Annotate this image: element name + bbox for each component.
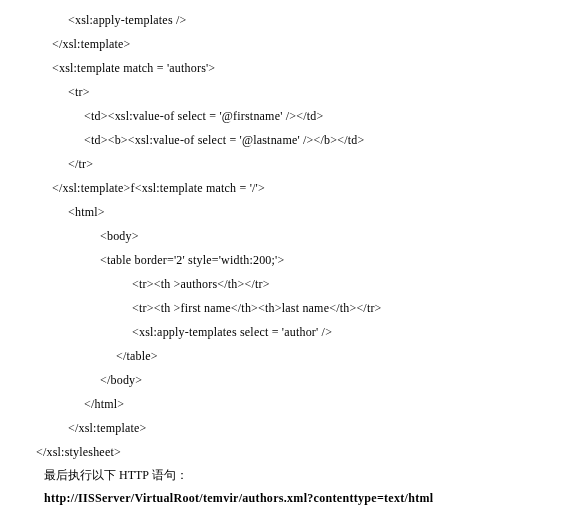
code-line: <td><b><xsl:value-of select = '@lastname… [20, 128, 549, 152]
code-line: <body> [20, 224, 549, 248]
code-line: <xsl:template match = 'authors'> [20, 56, 549, 80]
code-line: <tr> [20, 80, 549, 104]
code-line: <table border='2' style='width:200;'> [20, 248, 549, 272]
code-line: <td><xsl:value-of select = '@firstname' … [20, 104, 549, 128]
code-line: </xsl:template>f<xsl:template match = '/… [20, 176, 549, 200]
code-line: <tr><th >authors</th></tr> [20, 272, 549, 296]
code-line: <html> [20, 200, 549, 224]
code-line: </html> [20, 392, 549, 416]
url-text: http://IISServer/VirtualRoot/temvir/auth… [20, 487, 549, 508]
code-line: </xsl:template> [20, 416, 549, 440]
code-line: </table> [20, 344, 549, 368]
code-line: <tr><th >first name</th><th>last name</t… [20, 296, 549, 320]
code-line: <xsl:apply-templates select = 'author' /… [20, 320, 549, 344]
code-line: </tr> [20, 152, 549, 176]
paragraph: 最后执行以下 HTTP 语句： [20, 464, 549, 487]
code-line: </xsl:stylesheet> [20, 440, 549, 464]
code-line: </body> [20, 368, 549, 392]
code-line: </xsl:template> [20, 32, 549, 56]
code-line: <xsl:apply-templates /> [20, 8, 549, 32]
